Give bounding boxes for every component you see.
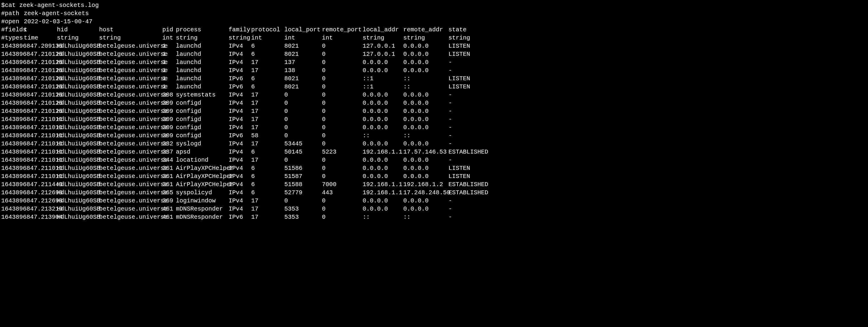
cell-host: betelgeuse.universe <box>99 140 162 148</box>
cell-remote-addr: 0.0.0.0 <box>403 99 448 107</box>
field-state: state <box>448 26 488 34</box>
cell-host: betelgeuse.universe <box>99 83 162 91</box>
table-row: 1643896847.213219HdLhuiUg60SBbetelgeuse.… <box>1 205 867 213</box>
cell-local-port: 51587 <box>284 172 322 181</box>
cell-local-addr: ::1 <box>363 75 403 83</box>
cell-protocol: 6 <box>251 164 284 172</box>
cell-t: 1643896847.211011 <box>1 124 57 132</box>
cell-process: mDNSResponder <box>176 205 228 213</box>
cell-hid: HdLhuiUg60SB <box>57 42 99 50</box>
cell-remote-port: 0 <box>322 156 363 164</box>
type-host: string <box>99 34 162 42</box>
cell-local-port: 51586 <box>284 164 322 172</box>
cell-remote-addr: 0.0.0.0 <box>403 91 448 99</box>
cell-host: betelgeuse.universe <box>99 197 162 205</box>
cell-state: LISTEN <box>448 164 488 172</box>
field-hid: hid <box>57 26 99 34</box>
cell-remote-addr: 0.0.0.0 <box>403 172 448 181</box>
cell-family: IPv4 <box>228 107 251 115</box>
cell-state: LISTEN <box>448 75 488 83</box>
cell-process: configd <box>176 115 228 124</box>
cell-pid: 337 <box>162 148 176 156</box>
cell-pid: 1 <box>162 75 176 83</box>
cell-protocol: 6 <box>251 189 284 197</box>
cell-family: IPv4 <box>228 115 251 124</box>
cell-remote-addr: :: <box>403 213 448 221</box>
cell-process: launchd <box>176 50 228 58</box>
type-hid: string <box>57 34 99 42</box>
cell-hid: HdLhuiUg60SB <box>57 75 99 83</box>
cell-host: betelgeuse.universe <box>99 213 162 221</box>
cell-protocol: 6 <box>251 42 284 50</box>
cell-host: betelgeuse.universe <box>99 124 162 132</box>
cell-pid: 309 <box>162 115 176 124</box>
cell-hid: HdLhuiUg60SB <box>57 99 99 107</box>
cell-process: apsd <box>176 148 228 156</box>
cell-protocol: 17 <box>251 205 284 213</box>
cell-family: IPv6 <box>228 213 251 221</box>
cell-host: betelgeuse.universe <box>99 91 162 99</box>
cell-host: betelgeuse.universe <box>99 99 162 107</box>
cell-t: 1643896847.211011 <box>1 156 57 164</box>
cell-remote-addr: :: <box>403 132 448 140</box>
cell-local-port: 0 <box>284 107 322 115</box>
cell-state: - <box>448 66 488 75</box>
cell-hid: HdLhuiUg60SB <box>57 83 99 91</box>
cell-pid: 1 <box>162 66 176 75</box>
cell-remote-port: 0 <box>322 99 363 107</box>
cell-local-port: 0 <box>284 156 322 164</box>
cell-t: 1643896847.211443 <box>1 181 57 189</box>
cell-hid: HdLhuiUg60SB <box>57 115 99 124</box>
cell-local-port: 0 <box>284 124 322 132</box>
table-row: 1643896847.211011HdLhuiUg60SBbetelgeuse.… <box>1 156 867 164</box>
cell-t: 1643896847.211011 <box>1 172 57 181</box>
cell-protocol: 17 <box>251 213 284 221</box>
cell-family: IPv4 <box>228 66 251 75</box>
cell-remote-addr: 0.0.0.0 <box>403 140 448 148</box>
cell-pid: 308 <box>162 91 176 99</box>
table-row: 1643896847.210125HdLhuiUg60SBbetelgeuse.… <box>1 66 867 75</box>
meta-path-key: #path <box>1 9 24 18</box>
cell-remote-port: 0 <box>322 115 363 124</box>
cell-host: betelgeuse.universe <box>99 115 162 124</box>
cell-local-addr: 0.0.0.0 <box>363 66 403 75</box>
cell-local-addr: 192.168.1.1 <box>363 189 403 197</box>
cell-host: betelgeuse.universe <box>99 181 162 189</box>
cell-local-port: 0 <box>284 197 322 205</box>
cell-protocol: 17 <box>251 58 284 66</box>
cell-state: - <box>448 132 488 140</box>
cell-remote-port: 0 <box>322 66 363 75</box>
cell-hid: HdLhuiUg60SB <box>57 189 99 197</box>
table-row: 1643896847.211011HdLhuiUg60SBbetelgeuse.… <box>1 172 867 181</box>
meta-open-line: #open2022-02-03-15-00-47 <box>1 18 867 26</box>
cell-remote-port: 443 <box>322 189 363 197</box>
cell-pid: 309 <box>162 132 176 140</box>
cell-local-addr: 0.0.0.0 <box>363 140 403 148</box>
cell-remote-addr: 0.0.0.0 <box>403 115 448 124</box>
cell-remote-addr: 17.248.248.50 <box>403 189 448 197</box>
cell-remote-port: 0 <box>322 83 363 91</box>
cell-process: launchd <box>176 66 228 75</box>
field-remote-addr: remote_addr <box>403 26 448 34</box>
table-row: 1643896847.211011HdLhuiUg60SBbetelgeuse.… <box>1 115 867 124</box>
cell-remote-addr: 192.168.1.2 <box>403 181 448 189</box>
cell-process: systemstats <box>176 91 228 99</box>
meta-path-line: #pathzeek-agent-sockets <box>1 9 867 18</box>
table-row: 1643896847.211011HdLhuiUg60SBbetelgeuse.… <box>1 148 867 156</box>
cell-remote-addr: 0.0.0.0 <box>403 42 448 50</box>
cell-state: - <box>448 197 488 205</box>
cell-family: IPv4 <box>228 50 251 58</box>
cell-pid: 332 <box>162 140 176 148</box>
cell-state: ESTABLISHED <box>448 148 488 156</box>
type-state: string <box>448 34 488 42</box>
terminal-output: $ cat zeek-agent-sockets.log #pathzeek-a… <box>1 1 867 221</box>
cell-state: - <box>448 156 488 164</box>
cell-host: betelgeuse.universe <box>99 66 162 75</box>
cell-host: betelgeuse.universe <box>99 50 162 58</box>
cell-process: launchd <box>176 75 228 83</box>
cell-local-port: 53445 <box>284 140 322 148</box>
cell-family: IPv6 <box>228 132 251 140</box>
cell-pid: 309 <box>162 124 176 132</box>
cell-t: 1643896847.213904 <box>1 213 57 221</box>
cell-t: 1643896847.211011 <box>1 115 57 124</box>
